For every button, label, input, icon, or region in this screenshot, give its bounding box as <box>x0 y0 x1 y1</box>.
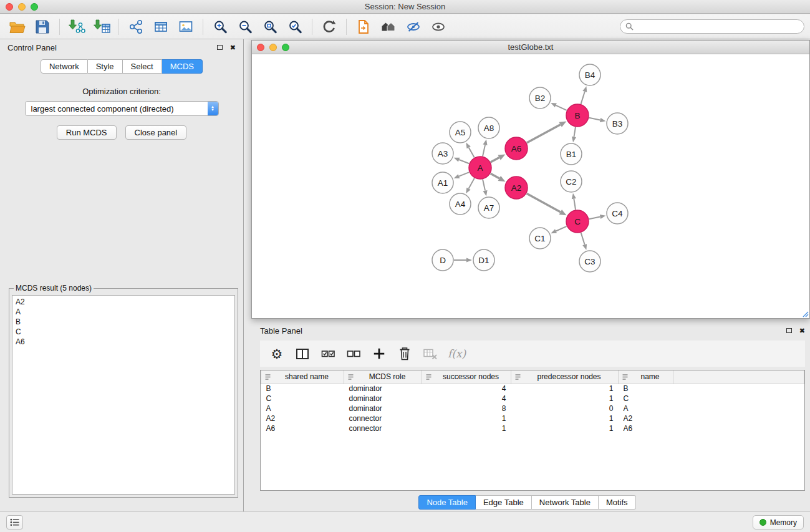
tab-node-table[interactable]: Node Table <box>418 495 476 510</box>
deselect-all-button[interactable] <box>345 344 362 363</box>
graph-node-A6[interactable]: A6 <box>505 137 528 160</box>
graph-edge-B-B2[interactable] <box>556 105 566 110</box>
graph-node-A2[interactable]: A2 <box>505 177 528 199</box>
graph-node-A1[interactable]: A1 <box>432 172 453 193</box>
graphics-details-button[interactable] <box>401 16 426 37</box>
graph-node-D1[interactable]: D1 <box>473 249 494 271</box>
first-neighbors-button[interactable] <box>376 16 401 37</box>
save-session-button[interactable] <box>30 16 55 37</box>
tab-style[interactable]: Style <box>88 59 123 74</box>
zoom-in-button[interactable] <box>208 16 233 37</box>
graph-node-B4[interactable]: B4 <box>579 64 600 85</box>
network-canvas[interactable]: B4B2BB3A5A8A6B1A3AA1A2C2A4A7C4CC1C3DD1 <box>252 54 809 318</box>
column-header-predecessor-nodes[interactable]: predecessor nodes <box>511 370 619 384</box>
mcds-result-list[interactable]: A2 A B C A6 <box>12 295 235 495</box>
birdseye-view-button[interactable] <box>426 16 451 37</box>
open-recent-button[interactable] <box>351 16 376 37</box>
minimize-window-button[interactable] <box>18 3 26 11</box>
graph-edge-C-C4[interactable] <box>589 217 600 220</box>
run-mcds-button[interactable]: Run MCDS <box>57 125 117 140</box>
graph-node-A8[interactable]: A8 <box>478 117 499 138</box>
network-minimize-button[interactable] <box>269 44 277 51</box>
graph-node-A4[interactable]: A4 <box>450 193 471 215</box>
search-input[interactable] <box>637 22 799 31</box>
export-image-button[interactable] <box>173 16 198 37</box>
graph-edge-C-C1[interactable] <box>556 226 567 231</box>
import-table-file-button[interactable] <box>89 16 114 37</box>
graph-node-C1[interactable]: C1 <box>529 228 551 249</box>
new-network-button[interactable] <box>123 16 148 37</box>
close-window-button[interactable] <box>6 3 13 11</box>
graph-node-C2[interactable]: C2 <box>561 171 582 192</box>
graph-edge-A-A8[interactable] <box>483 145 485 156</box>
tab-select[interactable]: Select <box>123 59 162 74</box>
network-graph[interactable]: B4B2BB3A5A8A6B1A3AA1A2C2A4A7C4CC1C3DD1 <box>252 54 809 318</box>
table-settings-button[interactable]: ⚙ <box>269 344 285 363</box>
graph-edge-B-B3[interactable] <box>589 118 600 120</box>
table-row[interactable]: A6 connector 1 1 A6 <box>261 423 804 433</box>
graph-edge-A-A1[interactable] <box>459 172 469 177</box>
tab-mcds[interactable]: MCDS <box>162 59 203 74</box>
table-row[interactable]: A2 connector 1 1 A2 <box>261 414 804 423</box>
graph-edge-A-A2[interactable] <box>491 173 499 178</box>
graph-node-A3[interactable]: A3 <box>432 143 453 164</box>
graph-node-B1[interactable]: B1 <box>561 143 582 165</box>
network-close-button[interactable] <box>257 44 264 51</box>
graph-node-A[interactable]: A <box>469 157 491 179</box>
close-panel-icon[interactable]: ✖ <box>230 44 236 51</box>
graph-node-A5[interactable]: A5 <box>450 122 471 143</box>
criterion-select[interactable]: largest connected component (directed) ▲… <box>25 101 219 116</box>
table-row[interactable]: B dominator 4 1 B <box>261 384 804 394</box>
graph-edge-C-C2[interactable] <box>574 199 576 210</box>
close-panel-button[interactable]: Close panel <box>125 125 187 140</box>
zoom-selected-button[interactable] <box>282 16 307 37</box>
graph-node-B[interactable]: B <box>566 104 589 127</box>
graph-edge-A-A6[interactable] <box>491 158 499 162</box>
zoom-window-button[interactable] <box>31 3 38 11</box>
memory-button[interactable]: Memory <box>753 515 804 530</box>
new-table-button[interactable] <box>148 16 173 37</box>
zoom-fit-button[interactable] <box>258 16 282 37</box>
tab-network[interactable]: Network <box>41 59 88 74</box>
import-network-file-button[interactable] <box>64 16 89 37</box>
graph-edge-A-A3[interactable] <box>459 160 469 163</box>
column-header-mcds-role[interactable]: MCDS role <box>344 370 422 384</box>
graph-edge-A-A5[interactable] <box>469 147 475 157</box>
graph-node-C[interactable]: C <box>566 210 589 233</box>
search-field[interactable] <box>620 19 804 34</box>
graph-node-A7[interactable]: A7 <box>478 197 499 218</box>
column-header-name[interactable]: name <box>619 370 673 384</box>
tab-edge-table[interactable]: Edge Table <box>476 495 532 510</box>
graph-edge-A2-C[interactable] <box>527 193 561 212</box>
float-table-panel-icon[interactable] <box>786 328 792 333</box>
open-session-button[interactable] <box>5 16 30 37</box>
add-row-button[interactable] <box>371 344 387 363</box>
zoom-out-button[interactable] <box>233 16 258 37</box>
tab-motifs[interactable]: Motifs <box>599 495 636 510</box>
table-row[interactable]: A dominator 8 0 A <box>261 404 804 414</box>
refresh-view-button[interactable] <box>317 16 342 37</box>
column-header-successor-nodes[interactable]: successor nodes <box>422 370 511 384</box>
graph-node-C4[interactable]: C4 <box>607 203 628 224</box>
graph-edge-A-A7[interactable] <box>483 180 485 191</box>
tab-network-table[interactable]: Network Table <box>532 495 599 510</box>
delete-table-button[interactable] <box>422 344 438 363</box>
select-all-button[interactable] <box>320 344 336 363</box>
delete-row-button[interactable] <box>397 344 413 363</box>
column-header-shared-name[interactable]: shared name <box>261 370 344 384</box>
network-zoom-button[interactable] <box>282 44 289 51</box>
resize-grip-icon[interactable] <box>801 310 809 317</box>
graph-edge-C-C3[interactable] <box>581 233 585 244</box>
graph-edge-A-A4[interactable] <box>469 178 475 189</box>
close-table-panel-icon[interactable]: ✖ <box>799 327 805 334</box>
graph-node-B3[interactable]: B3 <box>607 113 628 134</box>
graph-node-C3[interactable]: C3 <box>579 251 600 272</box>
float-panel-icon[interactable] <box>217 45 223 50</box>
graph-node-D[interactable]: D <box>432 249 453 271</box>
table-row[interactable]: C dominator 4 1 C <box>261 394 804 404</box>
graph-edge-B-B4[interactable] <box>581 92 585 104</box>
function-builder-button[interactable]: f(x) <box>448 344 466 363</box>
split-view-button[interactable] <box>294 344 311 363</box>
graph-edge-A6-B[interactable] <box>527 125 561 143</box>
network-window-titlebar[interactable]: testGlobe.txt <box>252 41 809 54</box>
